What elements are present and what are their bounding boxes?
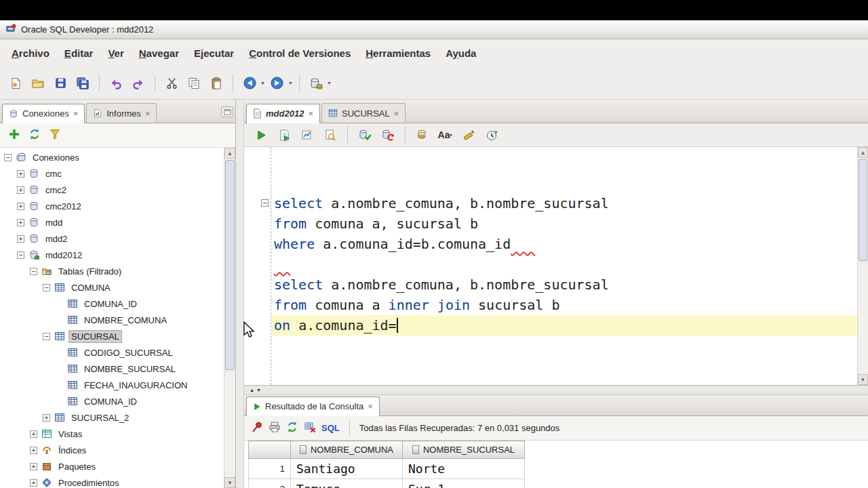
tree-item-sucursal-2[interactable]: +SUCURSAL_2 bbox=[0, 409, 224, 426]
tree-item-procedimientos[interactable]: +Procedimientos bbox=[0, 474, 224, 488]
collapse-icon[interactable]: − bbox=[17, 251, 24, 259]
expand-icon[interactable]: + bbox=[30, 463, 37, 470]
tree-item-sucursal[interactable]: −SUCURSAL bbox=[0, 328, 224, 344]
tree-item-conexiones[interactable]: −Conexiones bbox=[0, 149, 224, 165]
grid-column-header[interactable]: NOMBRE_COMUNA bbox=[291, 441, 403, 459]
run-statement-button[interactable] bbox=[251, 125, 271, 145]
code-area[interactable]: select a.nombre_comuna, b.nombre_sucursa… bbox=[272, 193, 857, 336]
run-script-button[interactable] bbox=[274, 125, 294, 145]
scroll-down-icon[interactable]: ▼ bbox=[224, 477, 235, 488]
splitter-down-icon[interactable]: ▼ bbox=[256, 388, 261, 392]
case-toggle-button[interactable]: Aa▼ bbox=[435, 125, 456, 145]
tree-item-comuna-id[interactable]: COMUNA_ID bbox=[0, 296, 224, 312]
tree-item-cmc2[interactable]: +cmc2 bbox=[0, 182, 224, 198]
tree-item-mdd2[interactable]: +mdd2 bbox=[0, 230, 224, 247]
sql-editor[interactable]: − select a.nombre_comuna, b.nombre_sucur… bbox=[244, 147, 868, 386]
expand-icon[interactable]: + bbox=[17, 235, 24, 243]
grid-cell[interactable]: Sur 1 bbox=[403, 479, 525, 488]
tab-informes[interactable]: Informes × bbox=[86, 103, 157, 123]
collapse-icon[interactable]: − bbox=[4, 154, 12, 161]
pin-button[interactable] bbox=[251, 421, 263, 436]
menu-item-archivo[interactable]: Archivo bbox=[5, 45, 56, 62]
forward-button[interactable] bbox=[267, 73, 288, 94]
clear-button[interactable] bbox=[458, 125, 479, 145]
scrollbar-thumb[interactable] bbox=[859, 159, 867, 261]
menu-item-ejecutar[interactable]: Ejecutar bbox=[188, 45, 240, 62]
sql-history-button[interactable] bbox=[481, 125, 502, 145]
grid-cell[interactable]: Norte bbox=[403, 459, 525, 479]
tab-close-icon[interactable]: × bbox=[73, 109, 79, 118]
code-line-5[interactable]: select a.nombre_comuna, b.nombre_sucursa… bbox=[272, 274, 857, 295]
grid-column-header[interactable]: NOMBRE_SUCURSAL bbox=[403, 441, 525, 459]
commit-button[interactable] bbox=[355, 125, 375, 145]
tree-item-codigo-sucursal[interactable]: CODIGO_SUCURSAL bbox=[0, 344, 224, 361]
tree-item-mdd2012[interactable]: −mdd2012 bbox=[0, 247, 224, 263]
collapse-icon[interactable]: − bbox=[43, 333, 50, 340]
code-line-1[interactable]: select a.nombre_comuna, b.nombre_sucursa… bbox=[272, 193, 857, 214]
tree-item-nombre-comuna[interactable]: NOMBRE_COMUNA bbox=[0, 312, 224, 328]
panel-minimize-button[interactable] bbox=[221, 106, 233, 117]
tab-mdd2012[interactable]: mdd2012 × bbox=[246, 104, 320, 123]
menu-item-ver[interactable]: Ver bbox=[102, 45, 130, 62]
back-button[interactable] bbox=[239, 73, 260, 94]
tree-item-fecha-inauguracion[interactable]: FECHA_INAUGURACION bbox=[0, 377, 224, 393]
connections-button[interactable]: SQL bbox=[306, 73, 326, 94]
code-fold-icon[interactable]: − bbox=[261, 199, 269, 207]
autotrace-button[interactable] bbox=[297, 125, 317, 145]
sql-button[interactable]: SQL bbox=[321, 423, 340, 433]
tree-item-cmc[interactable]: +cmc bbox=[0, 165, 224, 182]
tab-conexiones[interactable]: Conexiones × bbox=[2, 104, 85, 123]
scrollbar-thumb[interactable] bbox=[225, 160, 235, 370]
tree-item-mdd[interactable]: +mdd bbox=[0, 214, 224, 230]
collapse-icon[interactable]: − bbox=[43, 284, 50, 291]
redo-button[interactable] bbox=[128, 73, 149, 94]
tree-item-comuna-id[interactable]: COMUNA_ID bbox=[0, 393, 224, 409]
tree-item-paquetes[interactable]: +Paquetes bbox=[0, 458, 224, 474]
save-button[interactable] bbox=[50, 73, 71, 94]
expand-icon[interactable]: + bbox=[17, 203, 24, 210]
collapse-icon[interactable]: − bbox=[30, 268, 37, 275]
sql-tuning-button[interactable]: SQL bbox=[412, 125, 433, 145]
code-line-4[interactable] bbox=[272, 254, 857, 274]
expand-icon[interactable]: + bbox=[30, 447, 37, 454]
rollback-button[interactable] bbox=[378, 125, 398, 145]
filter-button[interactable] bbox=[49, 128, 61, 143]
open-button[interactable] bbox=[28, 73, 48, 94]
print-button[interactable] bbox=[269, 421, 281, 436]
fetch-button[interactable] bbox=[304, 421, 316, 436]
expand-icon[interactable]: + bbox=[43, 414, 50, 422]
horizontal-splitter[interactable]: ▲ ▼ bbox=[244, 386, 868, 395]
code-line-7[interactable]: on a.comuna_id= bbox=[272, 315, 857, 336]
explain-plan-button[interactable] bbox=[320, 125, 340, 145]
copy-button[interactable] bbox=[184, 73, 204, 94]
tree-item-tablas-filtrado-[interactable]: −Tablas (Filtrado) bbox=[0, 263, 224, 279]
grid-row[interactable]: 1SantiagoNorte bbox=[249, 459, 525, 479]
menu-item-navegar[interactable]: Navegar bbox=[133, 45, 185, 62]
tree-item--ndices[interactable]: +Índices bbox=[0, 442, 224, 458]
tab-close-icon[interactable]: × bbox=[394, 109, 399, 118]
tab-resultado-consulta[interactable]: Resultado de la Consulta × bbox=[246, 396, 380, 416]
forward-dropdown-icon[interactable]: ▼ bbox=[288, 81, 293, 85]
menu-item-ayuda[interactable]: Ayuda bbox=[439, 45, 482, 62]
tree-item-nombre-sucursal[interactable]: NOMBRE_SUCURSAL bbox=[0, 361, 224, 377]
grid-cell[interactable]: Santiago bbox=[291, 459, 403, 479]
paste-button[interactable] bbox=[206, 73, 226, 94]
menu-item-herramientas[interactable]: Herramientas bbox=[359, 45, 437, 62]
tab-close-icon[interactable]: × bbox=[368, 402, 373, 411]
vertical-splitter[interactable] bbox=[236, 100, 244, 488]
tab-close-icon[interactable]: × bbox=[145, 109, 151, 118]
grid-cell[interactable]: Temuco bbox=[291, 479, 403, 488]
scroll-up-icon[interactable]: ▲ bbox=[224, 148, 235, 159]
code-line-6[interactable]: from comuna a inner join sucursal b bbox=[272, 295, 857, 315]
editor-scrollbar[interactable]: ▲ ▼ bbox=[857, 147, 868, 385]
scroll-down-icon[interactable]: ▼ bbox=[858, 374, 868, 385]
code-line-2[interactable]: from comuna a, sucursal b bbox=[272, 214, 857, 234]
back-dropdown-icon[interactable]: ▼ bbox=[260, 81, 265, 85]
code-line-3[interactable]: where a.comuna_id=b.comuna_id bbox=[272, 234, 857, 254]
expand-icon[interactable]: + bbox=[17, 170, 24, 178]
grid-row[interactable]: 2TemucoSur 1 bbox=[249, 479, 525, 488]
connections-dropdown-icon[interactable]: ▼ bbox=[327, 81, 332, 85]
new-file-button[interactable] bbox=[5, 73, 26, 94]
undo-button[interactable] bbox=[106, 73, 126, 94]
expand-icon[interactable]: + bbox=[17, 186, 24, 194]
